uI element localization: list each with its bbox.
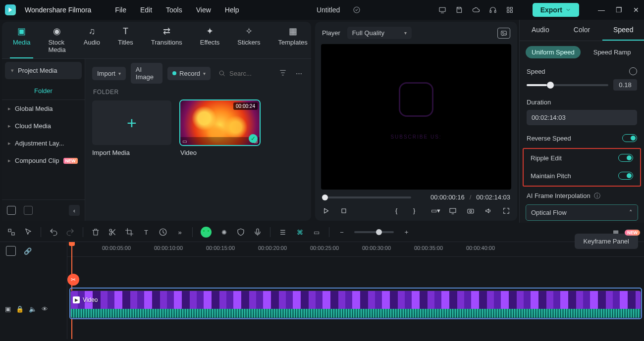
crop-button[interactable] (125, 228, 134, 237)
select-tool[interactable] (7, 228, 16, 237)
close-button[interactable]: ✕ (633, 6, 639, 14)
camera-button[interactable] (467, 207, 475, 215)
sidebar-adjustment-layer[interactable]: ▸Adjustment Lay... (2, 135, 85, 152)
crop-ratio-button[interactable]: ▭▾ (431, 207, 439, 215)
timeline-clip[interactable]: ▶ Video (70, 291, 641, 318)
timeline-ruler[interactable]: 00:00:05:00 00:00:10:00 00:00:15:00 00:0… (67, 242, 644, 257)
video-track-icon[interactable]: ▣ (5, 305, 11, 313)
reverse-speed-toggle[interactable] (622, 134, 637, 142)
play-button[interactable] (322, 207, 330, 215)
speed-button[interactable] (159, 228, 167, 237)
mark-in-button[interactable]: { (395, 207, 403, 215)
zoom-slider[interactable] (354, 231, 394, 233)
mic-button[interactable] (253, 228, 262, 237)
track-add-button[interactable] (6, 246, 16, 256)
lock-track-icon[interactable]: 🔒 (16, 305, 24, 313)
display-button[interactable] (449, 207, 457, 215)
speed-subtabs: Uniform Speed Speed Ramp (520, 41, 644, 63)
menu-edit[interactable]: Edit (140, 6, 152, 14)
magnet-button[interactable]: ⌘ (295, 228, 304, 237)
subtab-uniform-speed[interactable]: Uniform Speed (526, 46, 581, 58)
tab-stickers[interactable]: ✧Stickers (234, 26, 263, 58)
volume-button[interactable] (484, 207, 492, 215)
align-button[interactable]: ☰ (278, 228, 287, 237)
search-input[interactable] (229, 70, 269, 77)
sidebar-project-media[interactable]: ▾Project Media (5, 62, 82, 79)
filter-button[interactable] (277, 67, 289, 80)
menu-help[interactable]: Help (225, 6, 239, 14)
minimize-button[interactable]: ― (598, 6, 605, 14)
undo-button[interactable] (49, 228, 58, 237)
svg-rect-4 (507, 7, 509, 9)
redo-button[interactable] (66, 228, 75, 237)
info-icon[interactable]: ⓘ (594, 192, 600, 199)
preview-canvas[interactable]: SUBSCRIBE US: (321, 44, 511, 190)
duration-field[interactable]: 00:02:14:03 (527, 110, 637, 125)
tab-stock-media[interactable]: ◉Stock Media (45, 26, 68, 58)
cloud-icon[interactable] (472, 6, 480, 14)
reset-icon[interactable] (629, 67, 637, 75)
screen-icon[interactable] (438, 6, 446, 14)
tab-speed-props[interactable]: Speed (602, 20, 644, 41)
stop-button[interactable] (340, 207, 348, 215)
marker-button[interactable]: ▭ (312, 228, 321, 237)
text-button[interactable]: T (142, 228, 151, 237)
menu-file[interactable]: File (115, 6, 126, 14)
sidebar-cloud-media[interactable]: ▸Cloud Media (2, 117, 85, 135)
save-icon[interactable] (455, 6, 463, 14)
tab-audio[interactable]: ♫Audio (81, 26, 103, 58)
record-dropdown[interactable]: Record▾ (167, 67, 211, 80)
pointer-tool[interactable] (24, 228, 33, 237)
ai-image-button[interactable]: AI Image (131, 63, 162, 84)
visibility-icon[interactable]: 👁 (42, 305, 48, 313)
mark-out-button[interactable]: } (413, 207, 421, 215)
shield-button[interactable] (236, 228, 245, 237)
delete-button[interactable] (91, 228, 100, 237)
cloud-sync-icon[interactable] (353, 6, 361, 14)
tab-templates[interactable]: ▦Templates (275, 26, 311, 58)
more-button[interactable]: ⋯ (294, 68, 304, 79)
new-bin-icon[interactable] (7, 206, 16, 215)
scissor-handle[interactable]: ✂ (67, 274, 79, 286)
import-media-tile[interactable]: + Import Media (92, 100, 171, 156)
tab-effects[interactable]: ✦Effects (197, 26, 223, 58)
zoom-out-button[interactable]: − (337, 228, 346, 237)
sidebar-global-media[interactable]: ▸Global Media (2, 100, 85, 117)
split-button[interactable] (108, 228, 117, 237)
import-dropdown[interactable]: Import▾ (92, 67, 126, 80)
tab-titles[interactable]: TTitles (115, 26, 136, 58)
search-field[interactable] (215, 70, 272, 77)
color-button[interactable]: ✺ (219, 228, 228, 237)
export-button[interactable]: Export (533, 3, 579, 17)
ripple-edit-toggle[interactable] (618, 154, 633, 162)
ai-face-button[interactable] (201, 227, 212, 238)
mute-track-icon[interactable]: 🔈 (29, 305, 37, 313)
quality-dropdown[interactable]: Full Quality▾ (347, 27, 412, 39)
link-button[interactable]: 🔗 (23, 246, 33, 256)
sidebar-folder[interactable]: Folder (2, 82, 85, 100)
menu-tools[interactable]: Tools (166, 6, 182, 14)
collapse-sidebar-button[interactable]: ‹ (69, 205, 80, 216)
tab-color-props[interactable]: Color (561, 20, 603, 41)
video-thumbnail[interactable]: 00:00:24 ▭⊞ ✓ Video (180, 100, 260, 156)
preview-scrubber[interactable] (322, 196, 411, 198)
snapshot-button[interactable] (497, 28, 510, 39)
speed-value[interactable]: 0.18 (613, 79, 637, 91)
tab-audio-props[interactable]: Audio (520, 20, 561, 41)
maximize-button[interactable]: ❐ (616, 6, 622, 14)
menu-view[interactable]: View (196, 6, 211, 14)
apps-icon[interactable] (506, 6, 514, 14)
more-tools-button[interactable]: » (175, 228, 184, 237)
tab-media[interactable]: ▣Media (10, 26, 33, 58)
zoom-in-button[interactable]: ＋ (402, 228, 411, 237)
subtab-speed-ramp[interactable]: Speed Ramp (588, 46, 637, 58)
timeline-tracks[interactable]: 00:00:05:00 00:00:10:00 00:00:15:00 00:0… (67, 242, 644, 339)
interp-select[interactable]: Optical Flow ˄ (526, 204, 638, 221)
maintain-pitch-toggle[interactable] (618, 172, 633, 180)
fullscreen-button[interactable] (502, 207, 510, 215)
speed-slider[interactable] (527, 84, 608, 86)
new-folder-icon[interactable] (24, 206, 33, 215)
sidebar-compound-clip[interactable]: ▸Compound ClipNEW (2, 152, 85, 169)
tab-transitions[interactable]: ⇄Transitions (148, 26, 185, 58)
headphones-icon[interactable] (489, 6, 497, 14)
